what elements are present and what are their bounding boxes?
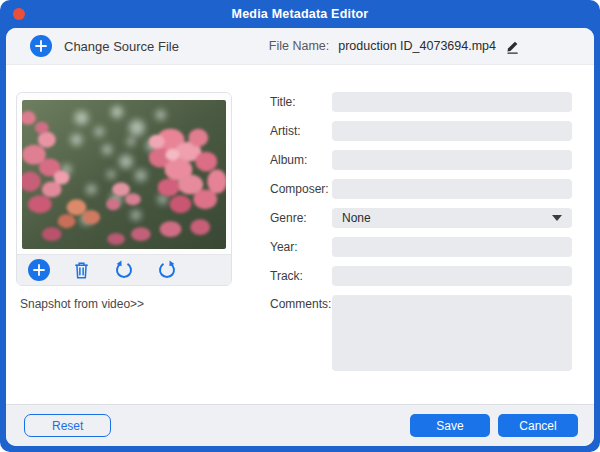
rotate-right-button[interactable] <box>156 259 178 281</box>
plus-circle-icon <box>30 35 52 57</box>
form-row-year: Year: <box>270 237 572 257</box>
dropdown-caret-icon <box>552 215 562 221</box>
genre-selected-value: None <box>342 211 371 225</box>
year-input[interactable] <box>332 237 572 257</box>
change-source-file-label: Change Source File <box>64 39 179 54</box>
reset-button[interactable]: Reset <box>24 414 111 437</box>
album-input[interactable] <box>332 150 572 170</box>
filename-group: File Name: production ID_4073694.mp4 <box>269 39 520 54</box>
form-row-composer: Composer: <box>270 179 572 199</box>
year-label: Year: <box>270 240 332 254</box>
media-metadata-editor-window: Media Metadata Editor Change Source File… <box>0 0 600 452</box>
comments-textarea[interactable] <box>332 295 572 371</box>
panel-header: Change Source File File Name: production… <box>6 28 594 65</box>
artist-label: Artist: <box>270 124 332 138</box>
dialog-panel: Change Source File File Name: production… <box>6 28 594 446</box>
panel-body: Snapshot from video>> Title: Artist: Alb… <box>6 65 594 404</box>
composer-label: Composer: <box>270 182 332 196</box>
form-row-artist: Artist: <box>270 121 572 141</box>
file-name-value: production ID_4073694.mp4 <box>338 39 496 53</box>
form-row-genre: Genre: None <box>270 208 572 228</box>
edit-filename-button[interactable] <box>505 39 520 54</box>
rotate-right-icon <box>156 259 178 281</box>
genre-label: Genre: <box>270 211 332 225</box>
form-row-album: Album: <box>270 150 572 170</box>
form-row-track: Track: <box>270 266 572 286</box>
video-snapshot-image <box>22 100 226 249</box>
album-label: Album: <box>270 153 332 167</box>
genre-select[interactable]: None <box>332 208 572 228</box>
add-snapshot-icon <box>28 259 50 281</box>
track-input[interactable] <box>332 266 572 286</box>
window-title: Media Metadata Editor <box>232 7 369 21</box>
rotate-left-button[interactable] <box>113 259 135 281</box>
edit-pencil-icon <box>505 39 520 54</box>
snapshot-from-video-link[interactable]: Snapshot from video>> <box>16 297 232 311</box>
snapshot-image-wrap <box>17 93 231 254</box>
snapshot-toolbar <box>17 254 231 285</box>
track-label: Track: <box>270 269 332 283</box>
change-source-file-button[interactable]: Change Source File <box>30 35 179 57</box>
title-input[interactable] <box>332 92 572 112</box>
panel-footer: Reset Save Cancel <box>6 404 594 446</box>
comments-label: Comments: <box>270 297 332 311</box>
form-row-comments: Comments: <box>270 295 572 371</box>
artist-input[interactable] <box>332 121 572 141</box>
trash-icon <box>71 260 92 281</box>
snapshot-card <box>16 92 232 286</box>
composer-input[interactable] <box>332 179 572 199</box>
cancel-button[interactable]: Cancel <box>498 414 578 437</box>
save-button[interactable]: Save <box>410 414 490 437</box>
title-label: Title: <box>270 95 332 109</box>
metadata-form: Title: Artist: Album: Composer: Genre: <box>270 92 572 404</box>
title-bar: Media Metadata Editor <box>0 0 600 28</box>
delete-snapshot-button[interactable] <box>71 260 92 281</box>
form-row-title: Title: <box>270 92 572 112</box>
rotate-left-icon <box>113 259 135 281</box>
close-icon[interactable] <box>13 8 25 20</box>
file-name-label: File Name: <box>269 39 329 53</box>
snapshot-column: Snapshot from video>> <box>16 92 232 404</box>
add-snapshot-button[interactable] <box>28 259 50 281</box>
